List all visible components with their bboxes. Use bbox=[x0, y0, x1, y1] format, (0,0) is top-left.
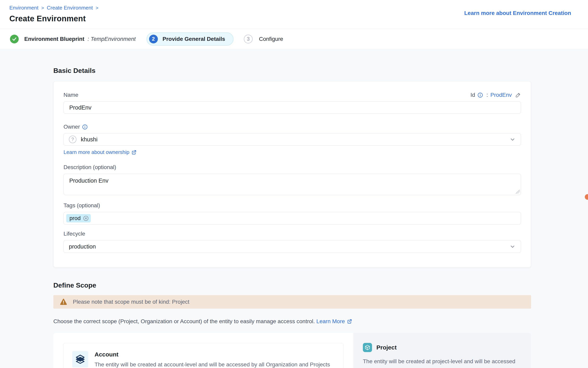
question-circle-icon: ? bbox=[69, 136, 76, 143]
name-label: Name bbox=[63, 92, 78, 98]
tags-label: Tags (optional) bbox=[63, 202, 100, 209]
lifecycle-select[interactable]: production bbox=[63, 240, 521, 253]
step-provide-general-details[interactable]: 2 Provide General Details bbox=[146, 32, 234, 46]
project-cube-icon bbox=[363, 343, 372, 352]
step-label: Configure bbox=[259, 36, 283, 42]
section-title-define-scope: Define Scope bbox=[53, 281, 588, 289]
tag-chip: prod bbox=[66, 214, 91, 222]
external-link-icon bbox=[131, 150, 136, 155]
warning-triangle-icon bbox=[59, 298, 68, 306]
name-input[interactable] bbox=[63, 101, 521, 114]
owner-select[interactable]: ? khushi bbox=[63, 133, 521, 146]
step-configure[interactable]: 3 Configure bbox=[244, 35, 283, 43]
description-textarea[interactable]: Production Env bbox=[63, 174, 521, 195]
entity-id-row: Id : ProdEnv bbox=[470, 92, 521, 98]
section-title-basic-details: Basic Details bbox=[53, 67, 588, 74]
scope-warning-banner: Please note that scope must be of kind: … bbox=[53, 295, 531, 309]
owner-label: Owner bbox=[63, 124, 88, 130]
breadcrumb-link-create-environment[interactable]: Create Environment bbox=[47, 5, 93, 11]
basic-details-card: Name Id : ProdEnv Owner bbox=[53, 81, 531, 267]
project-option-panel[interactable]: Project The entity will be created at pr… bbox=[353, 333, 531, 368]
owner-value: khushi bbox=[81, 136, 98, 143]
breadcrumb-separator: > bbox=[41, 5, 44, 11]
lifecycle-label: Lifecycle bbox=[63, 230, 85, 237]
id-info-icon[interactable] bbox=[478, 92, 483, 98]
ownership-learn-more-link[interactable]: Learn more about ownership bbox=[63, 149, 136, 155]
breadcrumb-separator: > bbox=[96, 5, 98, 11]
top-bar: Environment > Create Environment > Creat… bbox=[0, 0, 588, 29]
tags-input[interactable]: prod bbox=[63, 212, 521, 225]
account-description: The entity will be created at account-le… bbox=[95, 360, 335, 368]
external-link-icon bbox=[347, 319, 352, 324]
description-label: Description (optional) bbox=[63, 164, 116, 170]
tag-remove-icon[interactable] bbox=[83, 215, 89, 221]
step-selected-blueprint: : TempEnvironment bbox=[88, 36, 136, 42]
step-label: Provide General Details bbox=[163, 36, 225, 42]
step-environment-blueprint[interactable]: Environment Blueprint : TempEnvironment bbox=[10, 35, 136, 43]
check-icon bbox=[10, 35, 19, 43]
step-number-badge: 2 bbox=[149, 35, 158, 43]
scope-description: Choose the correct scope (Project, Organ… bbox=[53, 318, 588, 325]
id-colon: : bbox=[487, 92, 488, 98]
scope-learn-more-link[interactable]: Learn More bbox=[316, 318, 352, 325]
main-content: Basic Details Name Id : ProdEnv Owner bbox=[0, 49, 588, 368]
chevron-down-icon bbox=[510, 136, 516, 142]
chevron-down-icon bbox=[510, 244, 516, 249]
wizard-stepper: Environment Blueprint : TempEnvironment … bbox=[0, 29, 588, 49]
lifecycle-value: production bbox=[69, 243, 96, 250]
scope-left-panel: Account The entity will be created at ac… bbox=[53, 333, 353, 368]
textarea-resize-handle[interactable] bbox=[516, 190, 520, 193]
project-title: Project bbox=[376, 344, 397, 351]
account-option-card[interactable]: Account The entity will be created at ac… bbox=[63, 343, 343, 368]
step-label: Environment Blueprint bbox=[24, 36, 84, 42]
edit-id-pencil-icon[interactable] bbox=[515, 92, 521, 98]
learn-more-environment-creation-link[interactable]: Learn more about Environment Creation bbox=[464, 10, 571, 16]
id-label: Id bbox=[470, 92, 475, 98]
account-layers-icon bbox=[72, 351, 88, 368]
scope-warning-text: Please note that scope must be of kind: … bbox=[73, 299, 189, 305]
account-title: Account bbox=[95, 351, 335, 358]
step-number-badge: 3 bbox=[244, 35, 253, 43]
project-description: The entity will be created at project-le… bbox=[363, 357, 520, 368]
id-value-link[interactable]: ProdEnv bbox=[490, 92, 512, 98]
scope-options: Account The entity will be created at ac… bbox=[53, 333, 531, 368]
owner-info-icon[interactable] bbox=[82, 124, 88, 130]
breadcrumb-link-environment[interactable]: Environment bbox=[9, 5, 38, 11]
